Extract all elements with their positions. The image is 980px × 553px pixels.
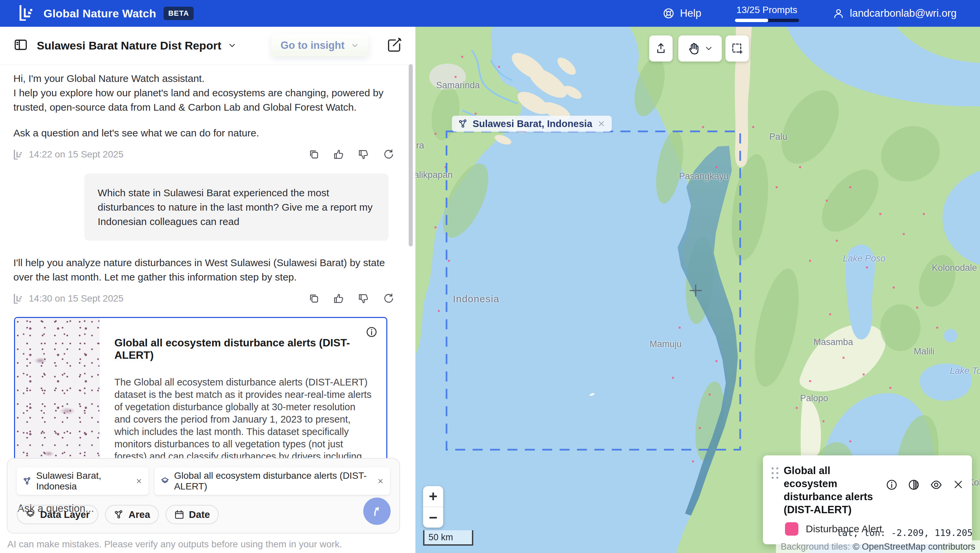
chevron-down-icon	[704, 44, 713, 53]
info-icon[interactable]	[886, 479, 898, 491]
chat-header: Sulawesi Barat Nature Dist Report Go to …	[0, 27, 415, 65]
close-icon[interactable]	[135, 477, 143, 485]
button-label: Date	[189, 509, 210, 520]
map-label: Balikpapan	[415, 170, 453, 180]
area-button[interactable]: Area	[105, 505, 159, 524]
area-icon	[458, 119, 468, 129]
conversation-title: Sulawesi Barat Nature Dist Report	[37, 39, 221, 52]
thumbs-up-icon[interactable]	[333, 293, 345, 304]
beta-badge: BETA	[164, 7, 194, 20]
map-label: Indonesia	[453, 294, 500, 305]
regenerate-icon[interactable]	[383, 293, 394, 304]
map-label: Mamuju	[649, 339, 682, 350]
date-button[interactable]: Date	[165, 505, 219, 524]
map-label: Masamba	[813, 337, 853, 347]
opacity-icon[interactable]	[908, 479, 920, 491]
prompts-count-label: 13/25 Prompts	[737, 5, 797, 15]
visibility-eye-icon[interactable]	[930, 479, 943, 491]
scale-label: 50 km	[428, 532, 453, 543]
button-label: Data Layer	[40, 509, 90, 520]
dataset-title: Global all ecosystem disturbance alerts …	[115, 337, 372, 361]
map-label: Samarinda	[436, 80, 480, 91]
map-scale-bar: 50 km	[423, 530, 473, 546]
assistant-message: I'll help you analyze nature disturbance…	[13, 256, 402, 284]
chat-scrollbar[interactable]	[409, 64, 413, 246]
copy-icon[interactable]	[309, 293, 320, 304]
help-button[interactable]: Help	[663, 7, 702, 19]
prompts-progress-bar	[735, 19, 799, 22]
context-chip-dataset[interactable]: Global all ecosystem disturbance alerts …	[154, 467, 390, 495]
copy-icon[interactable]	[309, 149, 320, 160]
new-chat-button[interactable]	[387, 37, 402, 54]
message-meta-row: 14:30 on 15 Sept 2025	[13, 293, 394, 304]
conversation-title-dropdown[interactable]: Sulawesi Barat Nature Dist Report	[37, 39, 237, 52]
context-chip-area[interactable]: Sulawesi Barat, Indonesia	[17, 467, 148, 495]
selected-area-tag[interactable]: Sulawesi Barat, Indonesia	[452, 116, 612, 132]
close-icon[interactable]	[377, 477, 384, 485]
legend-swatch	[785, 522, 799, 536]
account-menu[interactable]: landcarbonlab@wri.org	[832, 7, 956, 19]
top-navigation-bar: Global Nature Watch BETA Help 13/25 Prom…	[0, 0, 980, 27]
close-icon[interactable]	[597, 119, 606, 128]
assistant-message-line: I help you explore how our planet's land…	[13, 86, 402, 114]
chat-panel: Sulawesi Barat Nature Dist Report Go to …	[0, 27, 415, 553]
assistant-avatar-icon	[13, 149, 24, 159]
account-email: landcarbonlab@wri.org	[850, 7, 956, 19]
global-nature-watch-app: Global Nature Watch BETA Help 13/25 Prom…	[0, 0, 980, 553]
chevron-down-icon	[228, 41, 237, 50]
upload-icon	[655, 42, 667, 55]
assistant-message-line: I'll help you analyze nature disturbance…	[13, 256, 402, 284]
go-to-insight-button[interactable]: Go to insight	[271, 35, 369, 57]
assistant-avatar-icon	[13, 294, 24, 304]
chip-label: Global all ecosystem disturbance alerts …	[174, 470, 372, 492]
export-map-button[interactable]	[649, 35, 673, 62]
assistant-message-line: Hi, I'm your Global Nature Watch assista…	[13, 71, 402, 86]
attribution-osm[interactable]: © OpenStreetMap contributors	[853, 542, 975, 552]
help-label: Help	[680, 7, 702, 19]
calendar-icon	[174, 510, 184, 520]
zoom-out-button[interactable]: −	[423, 507, 443, 528]
close-icon[interactable]	[953, 479, 964, 490]
map-label: Lake Towuti	[950, 366, 980, 376]
help-lifebuoy-icon	[663, 7, 675, 19]
map-label: Pasangkayu	[679, 171, 729, 181]
legend-layer-title: Global all ecosystem disturbance alerts …	[784, 464, 886, 516]
app-title: Global Nature Watch	[43, 7, 156, 20]
info-icon[interactable]	[366, 326, 378, 339]
map-view[interactable]: Samarinda ra Balikpapan Indonesia Pasang…	[415, 27, 980, 553]
map-label: Palopo	[800, 393, 828, 404]
layers-icon	[25, 510, 35, 520]
regenerate-icon[interactable]	[383, 149, 394, 160]
send-button[interactable]	[363, 497, 391, 525]
message-list: Hi, I'm your Global Nature Watch assista…	[0, 65, 415, 513]
message-meta-row: 14:22 on 15 Sept 2025	[13, 149, 394, 160]
button-label: Area	[129, 509, 150, 520]
prompts-progress-fill	[735, 19, 768, 22]
message-timestamp: 14:30 on 15 Sept 2025	[29, 293, 123, 304]
thumbs-down-icon[interactable]	[358, 149, 369, 160]
app-logo-icon	[19, 5, 36, 22]
user-message-bubble: Which state in Sulawesi Barat experience…	[84, 173, 389, 241]
area-icon	[114, 510, 124, 520]
cursor-coordinates: lat, lon: -2.209, 119.205	[837, 528, 973, 538]
map-label: Malili	[914, 346, 934, 357]
go-to-insight-label: Go to insight	[281, 40, 345, 51]
zoom-in-button[interactable]: +	[423, 486, 443, 507]
zoom-control: + −	[423, 486, 443, 528]
hand-tool-icon	[687, 42, 700, 55]
drag-handle-icon[interactable]	[772, 467, 778, 479]
map-label: Kolonodale	[932, 263, 977, 273]
data-layer-button[interactable]: Data Layer	[17, 505, 98, 524]
send-arrow-icon	[370, 505, 383, 518]
draw-area-button[interactable]	[725, 35, 749, 62]
thumbs-down-icon[interactable]	[358, 293, 369, 304]
attribution-prefix: Background tiles:	[781, 542, 850, 552]
prompts-quota: 13/25 Prompts	[735, 5, 799, 22]
select-area-icon	[731, 42, 743, 55]
message-timestamp: 14:22 on 15 Sept 2025	[29, 149, 123, 160]
thumbs-up-icon[interactable]	[333, 149, 345, 160]
assistant-message: Hi, I'm your Global Nature Watch assista…	[13, 71, 402, 140]
sidebar-toggle-button[interactable]	[13, 37, 28, 54]
chevron-down-icon	[350, 41, 359, 50]
map-tool-selector[interactable]	[678, 35, 722, 62]
